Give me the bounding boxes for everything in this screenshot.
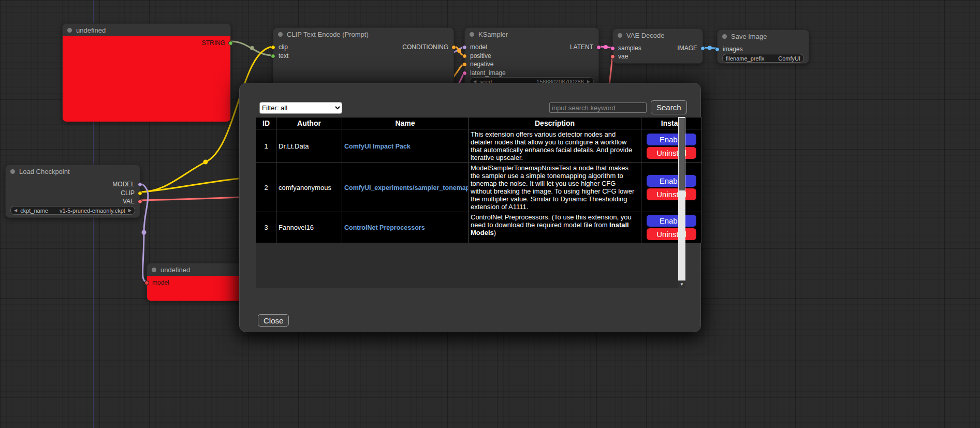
ext-id: 3 <box>256 212 276 243</box>
ext-link[interactable]: ComfyUI_experiments/sampler_tonemap <box>344 184 469 191</box>
scrollbar-track[interactable]: ▼ <box>678 117 685 288</box>
vae-port-icon[interactable] <box>138 199 142 204</box>
model-port-icon[interactable] <box>144 281 149 285</box>
input-slot-images[interactable]: images <box>715 46 743 53</box>
collapse-dot-icon[interactable] <box>470 32 474 37</box>
latent-port-icon[interactable] <box>610 46 615 51</box>
conditioning-port-icon[interactable] <box>462 54 467 58</box>
input-slot-model[interactable]: model <box>144 279 169 286</box>
string-port-icon[interactable] <box>228 41 233 46</box>
image-port-icon[interactable] <box>700 46 705 51</box>
ckpt-name-widget[interactable]: ◀ ckpt_name v1-5-pruned-emaonly.ckpt ▶ <box>10 206 135 215</box>
input-slot-latent-image[interactable]: latent_image <box>462 69 506 77</box>
ext-id: 1 <box>256 129 276 163</box>
node-undefined-top[interactable]: undefined STRING <box>62 23 231 122</box>
collapse-dot-icon[interactable] <box>67 28 72 33</box>
node-title[interactable]: CLIP Text Encode (Prompt) <box>273 28 454 40</box>
ext-author: comfyanonymous <box>276 163 342 212</box>
node-ksampler[interactable]: KSampler model positive negative latent_… <box>464 27 599 90</box>
ext-description: ControlNet Preprocessors. (To use this e… <box>469 212 641 243</box>
conditioning-port-icon[interactable] <box>451 45 456 50</box>
enable-button[interactable]: Enable <box>647 175 696 187</box>
prev-value-arrow-icon[interactable]: ◀ <box>14 209 17 213</box>
node-error-body <box>63 36 230 122</box>
search-input[interactable] <box>549 102 647 113</box>
input-slot-positive[interactable]: positive <box>462 52 491 60</box>
comfyui-canvas[interactable]: { "canvas": { "colors": { "model": "#b39… <box>0 0 980 428</box>
uninstall-button[interactable]: Uninstall <box>647 147 696 159</box>
table-row: 1 Dr.Lt.Data ComfyUI Impact Pack This ex… <box>256 129 702 163</box>
output-slot-string[interactable]: STRING <box>202 39 233 47</box>
search-button[interactable]: Search <box>651 100 687 114</box>
node-load-checkpoint[interactable]: Load Checkpoint MODEL CLIP VAE ◀ ckpt_na… <box>5 165 140 218</box>
output-slot-vae[interactable]: VAE <box>123 198 142 205</box>
node-title[interactable]: Save Image <box>718 30 809 42</box>
clip-port-icon[interactable] <box>271 45 275 50</box>
uninstall-button[interactable]: Uninstall <box>647 188 696 200</box>
link-midpoint-dot <box>142 230 147 235</box>
ext-id: 2 <box>256 163 276 212</box>
uninstall-button[interactable]: Uninstall <box>647 228 696 240</box>
scrollbar-thumb[interactable] <box>679 118 685 190</box>
conditioning-port-icon[interactable] <box>462 62 467 67</box>
input-slot-model[interactable]: model <box>462 43 487 51</box>
ext-description: This extension offers various detector n… <box>469 129 641 163</box>
output-slot-clip[interactable]: CLIP <box>121 189 142 197</box>
collapse-dot-icon[interactable] <box>278 32 283 37</box>
col-header-description: Description <box>469 117 641 129</box>
ext-author: Fannovel16 <box>276 212 342 243</box>
latent-port-icon[interactable] <box>462 71 467 76</box>
latent-port-icon[interactable] <box>596 45 601 50</box>
link-midpoint-dot <box>604 45 608 49</box>
ext-author: Dr.Lt.Data <box>276 129 342 163</box>
output-slot-latent[interactable]: LATENT <box>570 43 601 51</box>
col-header-install: Install <box>641 117 702 129</box>
ext-link[interactable]: ControlNet Preprocessors <box>344 224 425 231</box>
output-slot-image[interactable]: IMAGE <box>677 45 705 52</box>
enable-button[interactable]: Enable <box>647 134 696 145</box>
link-midpoint-dot <box>457 49 461 53</box>
node-save-image[interactable]: Save Image images filename_prefix ComfyU… <box>717 29 809 64</box>
ext-link[interactable]: ComfyUI Impact Pack <box>344 143 411 150</box>
vae-port-icon[interactable] <box>610 54 615 59</box>
extension-table-container: ID Author Name Description Install 1 Dr.… <box>256 117 685 288</box>
node-title[interactable]: Load Checkpoint <box>6 165 140 178</box>
ext-install-cell: Enable Uninstall <box>641 129 702 163</box>
next-value-arrow-icon[interactable]: ▶ <box>128 209 131 213</box>
output-slot-model[interactable]: MODEL <box>112 181 142 188</box>
collapse-dot-icon[interactable] <box>10 169 15 174</box>
collapse-dot-icon[interactable] <box>152 268 156 272</box>
node-title[interactable]: KSampler <box>465 28 598 40</box>
input-slot-negative[interactable]: negative <box>462 61 493 68</box>
extension-table: ID Author Name Description Install 1 Dr.… <box>256 117 702 243</box>
link-midpoint-dot <box>250 46 254 50</box>
table-row: 3 Fannovel16 ControlNet Preprocessors Co… <box>256 212 702 243</box>
output-slot-conditioning[interactable]: CONDITIONING <box>402 43 456 51</box>
model-port-icon[interactable] <box>138 182 142 187</box>
collapse-dot-icon[interactable] <box>722 34 727 39</box>
ext-install-cell: Enable Uninstall <box>641 212 702 243</box>
enable-button[interactable]: Enable <box>647 215 696 227</box>
filename-prefix-widget[interactable]: filename_prefix ComfyUI <box>722 54 804 63</box>
col-header-name: Name <box>342 117 469 129</box>
table-row: 2 comfyanonymous ComfyUI_experiments/sam… <box>256 163 702 212</box>
node-title[interactable]: VAE Decode <box>613 29 703 41</box>
node-clip-text-encode[interactable]: CLIP Text Encode (Prompt) clip text COND… <box>273 27 454 87</box>
input-slot-samples[interactable]: samples <box>610 45 641 52</box>
image-port-icon[interactable] <box>715 47 720 52</box>
node-title[interactable]: undefined <box>63 24 230 36</box>
input-slot-vae[interactable]: vae <box>610 53 628 60</box>
table-header-row: ID Author Name Description Install <box>256 117 702 129</box>
input-slot-text[interactable]: text <box>271 52 288 60</box>
link-midpoint-dot <box>203 160 208 165</box>
clip-port-icon[interactable] <box>138 191 142 196</box>
filter-select[interactable]: Filter: all <box>259 102 342 114</box>
string-port-icon[interactable] <box>271 54 275 58</box>
collapse-dot-icon[interactable] <box>618 33 622 38</box>
scroll-down-arrow-icon[interactable]: ▼ <box>678 281 685 288</box>
close-button[interactable]: Close <box>258 314 289 327</box>
node-vae-decode[interactable]: VAE Decode samples vae IMAGE <box>612 28 703 64</box>
input-slot-clip[interactable]: clip <box>271 43 288 51</box>
model-port-icon[interactable] <box>462 45 467 50</box>
ext-install-cell: Enable Uninstall <box>641 163 702 212</box>
